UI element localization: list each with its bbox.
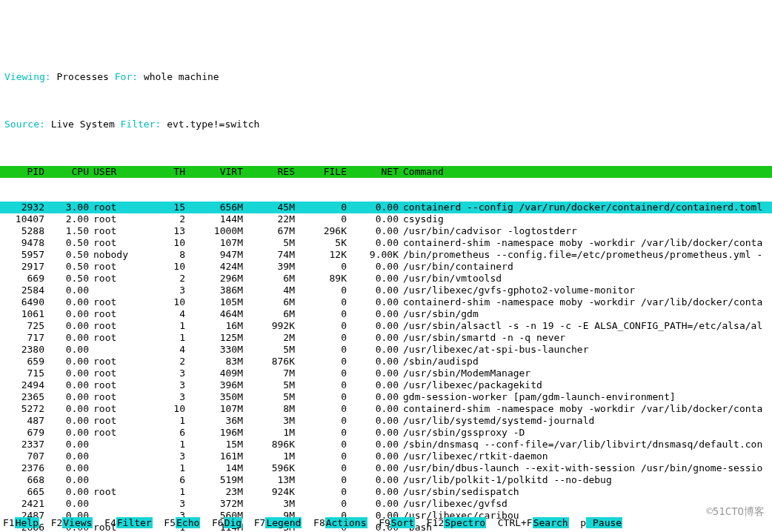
fkey-label-F5[interactable]: Echo [176,517,200,528]
cell-th: 1 [141,462,185,474]
process-row[interactable]: 10610.00root4464M6M00.00/usr/sbin/gdm [0,308,772,320]
cell-file: 0 [295,285,347,296]
cell-user: root [89,486,141,498]
cell-net: 0.00 [347,261,399,273]
process-row[interactable]: 52881.50root131000M67M296K0.00/usr/bin/c… [0,225,772,237]
cell-pid: 715 [4,368,44,379]
for-val: whole machine [144,71,219,82]
cell-user [89,285,141,296]
cell-th: 4 [141,308,185,320]
cell-pid: 2917 [4,261,44,273]
process-row[interactable]: 6690.50root2296M6M89K0.00/usr/bin/vmtool… [0,273,772,285]
process-table-body[interactable]: 29323.00root15656M45M00.00containerd --c… [0,202,772,532]
fkey-label-F8[interactable]: Actions [325,517,367,528]
process-row[interactable]: 25840.003386M4M00.00/usr/libexec/gvfs-gp… [0,285,772,296]
col-net[interactable]: NET [347,166,399,178]
process-row[interactable]: 6680.006519M13M00.00/usr/lib/polkit-1/po… [0,474,772,486]
process-row[interactable]: 94780.50root10107M5M5K0.00containerd-shi… [0,237,772,249]
cell-cpu: 0.00 [44,498,89,510]
fkey-F4: F4 [104,517,116,528]
process-row[interactable]: 7070.003161M1M00.00/usr/libexec/rtkit-da… [0,450,772,462]
cell-virt: 196M [185,427,243,439]
for-key: For: [115,71,138,82]
process-row[interactable]: 23800.004330M5M00.00/usr/libexec/at-spi-… [0,344,772,356]
process-row[interactable]: 4870.00root136M3M00.00/usr/lib/systemd/s… [0,415,772,427]
cell-pid: 5272 [4,403,44,415]
cell-net: 0.00 [347,320,399,332]
cell-net: 0.00 [347,285,399,296]
cell-net: 0.00 [347,498,399,510]
process-row[interactable]: 52720.00root10107M8M00.00containerd-shim… [0,403,772,415]
process-row[interactable]: 7250.00root116M992K00.00/usr/sbin/alsact… [0,320,772,332]
cell-user: root [89,225,141,237]
process-row[interactable]: 6790.00root6196M1M00.00/usr/sbin/gssprox… [0,427,772,439]
cell-virt: 519M [185,474,243,486]
cell-cmd: /usr/libexec/at-spi-bus-launcher [399,344,768,356]
process-row[interactable]: 6650.00root123M924K00.00/usr/sbin/sedisp… [0,486,772,498]
cell-net: 0.00 [347,415,399,427]
cell-th: 2 [141,356,185,368]
cell-file: 0 [295,296,347,308]
process-row[interactable]: 104072.00root2144M22M00.00csysdig [0,213,772,225]
process-row[interactable]: 6590.00root283M876K00.00/sbin/audispd [0,356,772,368]
cell-pid: 725 [4,320,44,332]
cell-virt: 23M [185,486,243,498]
cell-virt: 161M [185,450,243,462]
cell-virt: 656M [185,202,243,213]
cell-res: 22M [243,213,295,225]
cell-res: 876K [243,356,295,368]
cell-file: 296K [295,225,347,237]
cell-virt: 15M [185,439,243,450]
fkey-label-F12[interactable]: Spectro [444,517,486,528]
process-row[interactable]: 29170.50root10424M39M00.00/usr/bin/conta… [0,261,772,273]
fkey-label-F7[interactable]: Legend [265,517,302,528]
function-key-bar: F1Help F2Views F4Filter F5Echo F6Dig F7L… [0,517,772,529]
cell-th: 6 [141,474,185,486]
process-row[interactable]: 23370.00115M896K00.00/sbin/dnsmasq --con… [0,439,772,450]
process-row[interactable]: 59570.50nobody8947M74M12K9.00K/bin/prome… [0,249,772,261]
process-row[interactable]: 23650.00root3350M5M00.00gdm-session-work… [0,391,772,403]
process-row[interactable]: 7170.00root1125M2M00.00/usr/sbin/smartd … [0,332,772,344]
fkey-label-F1[interactable]: Help [15,517,39,528]
cell-res: 5M [243,344,295,356]
process-row[interactable]: 23760.00114M596K00.00/usr/bin/dbus-launc… [0,462,772,474]
col-pid[interactable]: PID [4,166,44,178]
col-cmd[interactable]: Command [399,166,768,178]
col-cpu[interactable]: CPU [44,166,89,178]
cell-th: 1 [141,320,185,332]
cell-pid: 6490 [4,296,44,308]
cell-net: 0.00 [347,332,399,344]
col-user[interactable]: USER [89,166,141,178]
process-row[interactable]: 24210.003372M3M00.00/usr/libexec/gvfsd [0,498,772,510]
cell-file: 0 [295,391,347,403]
cell-virt: 14M [185,462,243,474]
process-row[interactable]: 64900.00root10105M6M00.00containerd-shim… [0,296,772,308]
process-row[interactable]: 7150.00root3409M7M00.00/usr/sbin/ModemMa… [0,368,772,379]
fkey-label-F4[interactable]: Filter [116,517,153,528]
cell-pid: 659 [4,356,44,368]
col-th[interactable]: TH [141,166,185,178]
cell-pid: 2376 [4,462,44,474]
cell-file: 0 [295,439,347,450]
cell-th: 3 [141,285,185,296]
cell-cpu: 0.00 [44,474,89,486]
cell-virt: 464M [185,308,243,320]
cell-res: 992K [243,320,295,332]
col-file[interactable]: FILE [295,166,347,178]
fkey-label-F6[interactable]: Dig [224,517,242,528]
cell-virt: 1000M [185,225,243,237]
fkey-label-p[interactable]: Pause [586,517,622,528]
cell-user: root [89,296,141,308]
cell-user: root [89,332,141,344]
fkey-label-F2[interactable]: Views [62,517,93,528]
cell-res: 13M [243,474,295,486]
process-row[interactable]: 29323.00root15656M45M00.00containerd --c… [0,202,772,213]
col-res[interactable]: RES [243,166,295,178]
fkey-label-F9[interactable]: Sort [390,517,415,528]
cell-net: 0.00 [347,356,399,368]
column-header-row[interactable]: PID CPU USER TH VIRT RES FILE NET Comman… [0,166,772,178]
cell-user [89,439,141,450]
col-virt[interactable]: VIRT [185,166,243,178]
process-row[interactable]: 24940.00root3396M5M00.00/usr/libexec/pac… [0,379,772,391]
fkey-label-CTRL+F[interactable]: Search [533,517,569,528]
